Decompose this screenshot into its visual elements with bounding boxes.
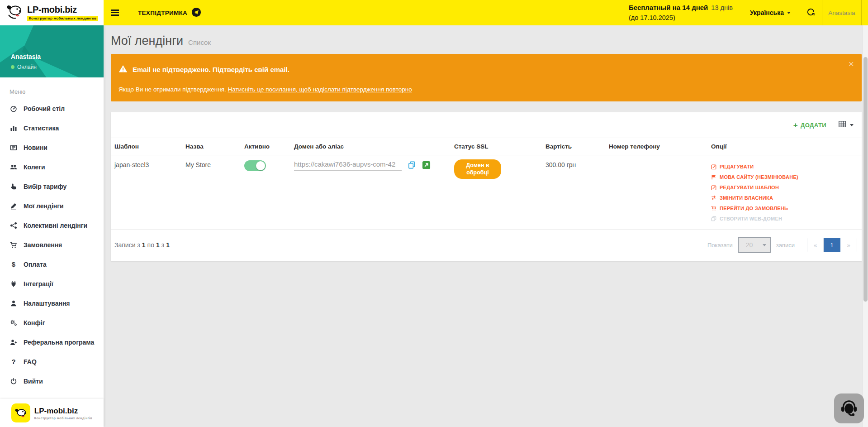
sidebar-item-orders[interactable]: Замовлення bbox=[0, 235, 104, 254]
col-options[interactable]: Опції bbox=[707, 138, 862, 155]
col-domain[interactable]: Домен або аліас bbox=[290, 138, 451, 155]
sidebar-item-label: Конфіг bbox=[24, 319, 45, 326]
refresh-button[interactable] bbox=[799, 0, 822, 25]
chevron-down-icon bbox=[850, 124, 854, 126]
sidebar-item-integrations[interactable]: Інтеграції bbox=[0, 274, 104, 293]
sidebar-item-statistics[interactable]: Статистика bbox=[0, 118, 104, 138]
pagination-prev-button[interactable]: « bbox=[807, 238, 824, 252]
brand-title: LP-mobi.biz bbox=[27, 5, 77, 15]
option-label: ПЕРЕЙТИ ДО ЗАМОВЛЕНЬ bbox=[720, 206, 788, 211]
option-label: ЗМІНИТИ ВЛАСНИКА bbox=[720, 195, 773, 201]
dollar-icon: $ bbox=[9, 260, 18, 268]
column-visibility-button[interactable] bbox=[838, 120, 854, 130]
show-label: Показати bbox=[707, 242, 733, 249]
col-ssl-status[interactable]: Статус SSL bbox=[451, 138, 542, 155]
plus-icon: + bbox=[793, 121, 798, 129]
sidebar-item-label: Новини bbox=[24, 144, 47, 151]
user-menu[interactable]: Anastasia bbox=[822, 0, 861, 25]
option-edit-template[interactable]: РЕДАГУВАТИ ШАБЛОН bbox=[711, 182, 858, 192]
sidebar-item-label: Вибір тарифу bbox=[24, 183, 66, 190]
sidebar-toggle-button[interactable] bbox=[104, 0, 126, 25]
brand-logo[interactable]: LP-mobi.biz Конструктор мобильных лендин… bbox=[0, 0, 104, 25]
tachometer-icon bbox=[9, 105, 18, 112]
sidebar-item-label: Мої лендінги bbox=[24, 202, 64, 210]
add-landing-button[interactable]: + ДОДАТИ bbox=[793, 121, 826, 129]
sidebar-item-collective-landings[interactable]: Колективні лендінги bbox=[0, 216, 104, 235]
active-toggle[interactable] bbox=[244, 160, 266, 171]
dog-mascot-icon bbox=[11, 403, 30, 422]
open-external-link-icon[interactable] bbox=[422, 161, 431, 169]
table-toolbar: + ДОДАТИ bbox=[111, 112, 862, 138]
plug-icon bbox=[9, 280, 18, 288]
user-plus-icon bbox=[9, 339, 18, 346]
col-active[interactable]: Активно bbox=[241, 138, 290, 155]
page-title: Мої лендінги bbox=[111, 34, 183, 48]
option-go-to-orders[interactable]: ПЕРЕЙТИ ДО ЗАМОВЛЕНЬ bbox=[711, 203, 858, 213]
landings-panel: + ДОДАТИ Шаблон Н bbox=[111, 112, 862, 261]
sidebar-item-faq[interactable]: ? FAQ bbox=[0, 352, 104, 371]
headset-icon bbox=[840, 398, 858, 418]
sidebar-item-config[interactable]: Конфіг bbox=[0, 313, 104, 332]
records-label: записи bbox=[776, 242, 795, 249]
refresh-icon bbox=[806, 8, 815, 18]
ssl-status-badge: Домен в обробці bbox=[454, 159, 501, 179]
sidebar-item-label: Оплата bbox=[24, 261, 47, 268]
cell-options: РЕДАГУВАТИ МОВА САЙТУ (НЕЗМІНЮВАНЕ) bbox=[707, 155, 862, 230]
users-icon bbox=[9, 163, 18, 171]
sidebar-item-settings[interactable]: Налаштування bbox=[0, 293, 104, 313]
sidebar-item-colleagues[interactable]: Колеги bbox=[0, 157, 104, 177]
sidebar-footer-logo[interactable]: LP-mobi.biz Конструктор мобільних лендін… bbox=[0, 399, 104, 427]
sidebar-item-label: Інтеграції bbox=[24, 280, 53, 288]
page-size-select[interactable]: 20 bbox=[738, 237, 771, 253]
sidebar-item-label: Колеги bbox=[24, 163, 45, 171]
pagination-page-1-button[interactable]: 1 bbox=[824, 238, 840, 252]
scrollbar-thumb[interactable] bbox=[863, 57, 868, 302]
edit-icon bbox=[711, 164, 717, 169]
table-row: japan-steel3 My Store bbox=[111, 155, 862, 230]
page-size-value: 20 bbox=[746, 241, 753, 249]
newspaper-icon bbox=[9, 144, 18, 151]
resend-confirmation-link[interactable]: Натисніть це посилання, щоб надіслати пі… bbox=[228, 86, 412, 93]
domain-input[interactable] bbox=[294, 159, 402, 171]
option-site-language[interactable]: МОВА САЙТУ (НЕЗМІНЮВАНЕ) bbox=[711, 172, 858, 182]
landings-table: Шаблон Назва Активно Домен або аліас Ста… bbox=[111, 138, 862, 230]
option-label: СТВОРИТИ WEB-ДОМЕН bbox=[720, 216, 782, 221]
language-selector[interactable]: Українська bbox=[742, 0, 799, 25]
sidebar-item-payment[interactable]: $ Оплата bbox=[0, 254, 104, 274]
col-price[interactable]: Вартість bbox=[542, 138, 605, 155]
main-content: Мої лендінги Список Email не підтверджен… bbox=[104, 25, 868, 427]
pagination-next-button[interactable]: » bbox=[840, 238, 857, 252]
col-name[interactable]: Назва bbox=[182, 138, 241, 155]
sidebar-item-logout[interactable]: Вийти bbox=[0, 371, 104, 391]
col-phone[interactable]: Номер телефону bbox=[605, 138, 707, 155]
close-icon[interactable]: × bbox=[849, 59, 854, 68]
sidebar-item-label: Реферальна програма bbox=[24, 339, 94, 346]
trial-status: Бесплатный на 14 дней 13 днів (до 17.10.… bbox=[629, 0, 733, 25]
sidebar-item-label: FAQ bbox=[24, 358, 37, 365]
sidebar-item-label: Робочий стіл bbox=[24, 105, 65, 112]
sidebar-item-my-landings[interactable]: Мої лендінги bbox=[0, 196, 104, 216]
copy-icon[interactable] bbox=[408, 161, 416, 169]
cell-template: japan-steel3 bbox=[111, 155, 182, 230]
sidebar-item-referral[interactable]: Реферальна програма bbox=[0, 332, 104, 352]
sidebar-item-label: Вийти bbox=[24, 378, 43, 385]
tech-support-link[interactable]: ТЕХПІДТРИМКА bbox=[126, 0, 213, 25]
sidebar-item-desktop[interactable]: Робочий стіл bbox=[0, 99, 104, 118]
option-edit[interactable]: РЕДАГУВАТИ bbox=[711, 161, 858, 172]
sidebar-item-news[interactable]: Новини bbox=[0, 138, 104, 157]
table-grid-icon bbox=[838, 120, 846, 130]
footer-logo-title: LP-mobi.biz bbox=[34, 407, 92, 416]
col-template[interactable]: Шаблон bbox=[111, 138, 182, 155]
online-status-dot bbox=[11, 65, 14, 69]
dog-mascot-icon bbox=[5, 3, 24, 23]
table-header-row: Шаблон Назва Активно Домен або аліас Ста… bbox=[111, 138, 862, 155]
warning-icon bbox=[119, 64, 128, 75]
option-label: РЕДАГУВАТИ ШАБЛОН bbox=[720, 185, 779, 190]
add-button-label: ДОДАТИ bbox=[801, 122, 826, 129]
profile-name: Anastasia bbox=[11, 53, 104, 60]
sidebar-item-tariff[interactable]: Вибір тарифу bbox=[0, 177, 104, 196]
username-label: Anastasia bbox=[828, 10, 855, 16]
option-change-owner[interactable]: ЗМІНИТИ ВЛАСНИКА bbox=[711, 192, 858, 203]
hand-pointer-icon bbox=[9, 183, 18, 190]
support-chat-button[interactable] bbox=[834, 393, 864, 423]
